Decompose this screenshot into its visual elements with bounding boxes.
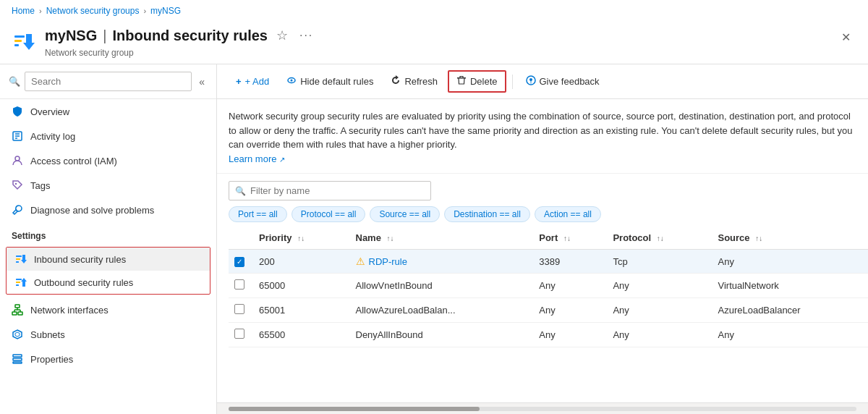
port-sort-icon: ↑↓ <box>563 235 571 242</box>
filter-tag-port[interactable]: Port == all <box>229 206 287 222</box>
svg-marker-3 <box>23 34 35 50</box>
col-name[interactable]: Name ↑↓ <box>350 227 534 250</box>
collapse-sidebar-button[interactable]: « <box>196 73 208 90</box>
cell-protocol: Any <box>607 274 712 298</box>
sidebar-item-properties[interactable]: Properties <box>0 347 216 371</box>
properties-icon <box>12 353 23 365</box>
svg-rect-20 <box>18 312 22 315</box>
close-button[interactable]: ✕ <box>835 25 856 50</box>
table-row[interactable]: 200⚠RDP-rule3389TcpAny <box>229 250 868 274</box>
row-checkbox[interactable] <box>234 279 244 290</box>
svg-rect-1 <box>14 40 22 42</box>
refresh-button[interactable]: Refresh <box>383 72 445 91</box>
search-input[interactable] <box>25 72 192 91</box>
page-header: myNSG | Inbound security rules ☆ ··· Net… <box>0 22 868 64</box>
sidebar-overview-label: Overview <box>30 106 69 117</box>
col-priority[interactable]: Priority ↑↓ <box>253 227 350 250</box>
row-checkbox[interactable] <box>234 257 244 267</box>
cell-source: VirtualNetwork <box>712 274 868 298</box>
col-port[interactable]: Port ↑↓ <box>533 227 607 250</box>
cell-protocol: Any <box>607 323 712 347</box>
cell-name: ⚠RDP-rule <box>350 250 534 274</box>
sidebar-item-subnets[interactable]: Subnets <box>0 322 216 347</box>
external-link-icon: ↗ <box>279 156 285 164</box>
toolbar-divider <box>512 75 513 89</box>
cell-port: Any <box>533 274 607 298</box>
page-subtitle: Network security group <box>45 48 835 58</box>
filter-by-name-input[interactable] <box>250 185 425 196</box>
svg-point-9 <box>15 183 17 185</box>
resource-name: myNSG <box>45 28 97 44</box>
horizontal-scrollbar[interactable] <box>217 402 868 414</box>
sidebar-item-outbound[interactable]: Outbound security rules <box>7 271 210 294</box>
breadcrumb-nsg[interactable]: Network security groups <box>46 6 140 16</box>
page-title: myNSG | Inbound security rules ☆ ··· <box>45 25 835 46</box>
cell-protocol: Tcp <box>607 250 712 274</box>
breadcrumb-resource[interactable]: myNSG <box>150 6 181 16</box>
favorite-button[interactable]: ☆ <box>273 25 291 46</box>
content-area: + + Add Hide default rules Refresh <box>217 64 868 414</box>
tag-icon <box>12 179 23 191</box>
table-row[interactable]: 65001AllowAzureLoadBalan...AnyAnyAzureLo… <box>229 298 868 323</box>
col-protocol[interactable]: Protocol ↑↓ <box>607 227 712 250</box>
col-checkbox <box>229 227 253 250</box>
sidebar-item-inbound[interactable]: Inbound security rules <box>7 248 210 271</box>
sidebar-inbound-label: Inbound security rules <box>34 254 126 265</box>
feedback-icon <box>526 75 536 88</box>
cell-priority: 65001 <box>253 298 350 323</box>
nsg-icon <box>13 30 36 53</box>
col-source[interactable]: Source ↑↓ <box>712 227 868 250</box>
eye-icon <box>286 75 297 88</box>
row-checkbox[interactable] <box>234 329 244 339</box>
hide-default-button[interactable]: Hide default rules <box>279 72 380 91</box>
table-header-row: Priority ↑↓ Name ↑↓ Port ↑↓ <box>229 227 868 250</box>
toolbar: + + Add Hide default rules Refresh <box>217 64 868 99</box>
breadcrumb-home[interactable]: Home <box>12 6 35 16</box>
row-checkbox[interactable] <box>234 304 244 314</box>
svg-rect-15 <box>16 282 20 283</box>
svg-rect-27 <box>13 355 22 357</box>
inbound-icon <box>15 253 27 265</box>
table-row[interactable]: 65500DenyAllInBoundAnyAnyAny <box>229 323 868 347</box>
sidebar-item-activity-log[interactable]: Activity log <box>0 124 216 148</box>
settings-section-label: Settings <box>0 222 216 244</box>
sidebar-item-tags[interactable]: Tags <box>0 173 216 198</box>
more-options-button[interactable]: ··· <box>297 26 316 45</box>
svg-rect-12 <box>16 261 19 263</box>
filter-input-container[interactable]: 🔍 <box>229 181 431 200</box>
delete-button[interactable]: Delete <box>448 70 506 93</box>
sidebar-network-label: Network interfaces <box>30 305 109 316</box>
cell-port: 3389 <box>533 250 607 274</box>
source-sort-icon: ↑↓ <box>755 235 762 242</box>
shield-icon <box>12 106 23 117</box>
svg-rect-14 <box>16 279 22 280</box>
rules-table-container: Priority ↑↓ Name ↑↓ Port ↑↓ <box>217 227 868 402</box>
svg-marker-26 <box>15 332 20 337</box>
learn-more-link[interactable]: Learn more ↗ <box>229 153 285 164</box>
filter-tag-destination[interactable]: Destination == all <box>444 206 530 222</box>
filter-tag-action[interactable]: Action == all <box>535 206 601 222</box>
sidebar-item-overview[interactable]: Overview <box>0 99 216 124</box>
svg-rect-2 <box>14 44 19 46</box>
svg-marker-13 <box>21 255 27 263</box>
scroll-thumb[interactable] <box>229 407 480 411</box>
warning-icon: ⚠ <box>356 255 365 267</box>
page-title-area: myNSG | Inbound security rules ☆ ··· Net… <box>45 25 835 58</box>
filter-search-icon: 🔍 <box>235 186 246 196</box>
sidebar-item-diagnose[interactable]: Diagnose and solve problems <box>0 198 216 222</box>
scroll-track[interactable] <box>229 407 856 411</box>
sidebar-item-network-interfaces[interactable]: Network interfaces <box>0 297 216 322</box>
cell-port: Any <box>533 298 607 323</box>
info-text: Network security group security rules ar… <box>217 99 868 174</box>
sidebar-item-iam[interactable]: Access control (IAM) <box>0 148 216 173</box>
search-box: 🔍 « <box>0 64 216 99</box>
rule-name-link[interactable]: RDP-rule <box>369 256 407 267</box>
filter-tag-source[interactable]: Source == all <box>370 206 440 222</box>
feedback-button[interactable]: Give feedback <box>519 72 607 91</box>
svg-marker-25 <box>13 330 22 339</box>
add-button[interactable]: + + Add <box>229 72 276 90</box>
cell-name: AllowVnetInBound <box>350 274 534 298</box>
cell-priority: 65000 <box>253 274 350 298</box>
table-row[interactable]: 65000AllowVnetInBoundAnyAnyVirtualNetwor… <box>229 274 868 298</box>
filter-tag-protocol[interactable]: Protocol == all <box>292 206 366 222</box>
